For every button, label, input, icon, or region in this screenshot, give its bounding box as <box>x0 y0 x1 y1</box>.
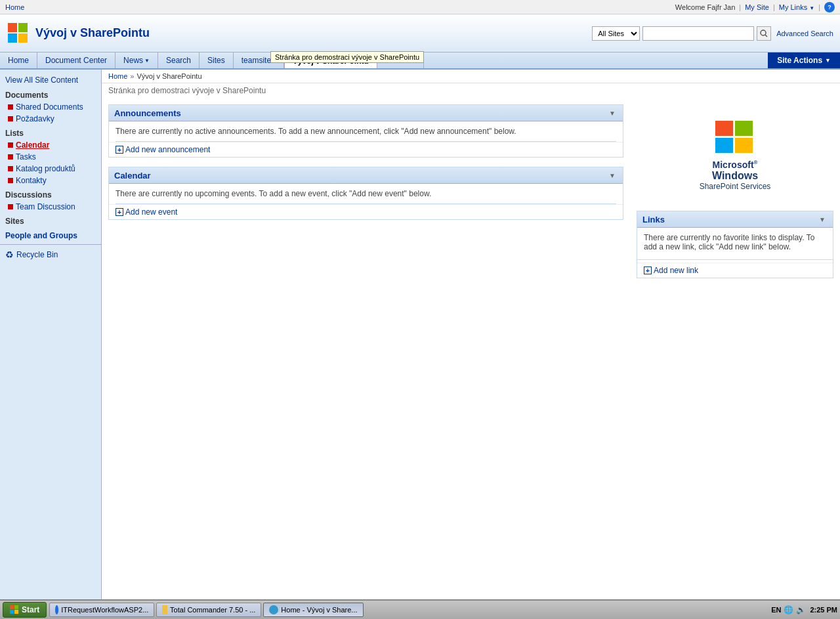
site-actions-arrow: ▼ <box>825 57 831 64</box>
announcements-empty-text: There are currently no active announceme… <box>116 127 516 136</box>
add-event-link[interactable]: + Add new event <box>109 204 623 219</box>
header-right: All Sites This Site Advanced Search <box>592 26 833 41</box>
sidebar-divider <box>0 244 101 245</box>
nav-tab-news[interactable]: News ▼ <box>116 53 158 68</box>
add-event-icon: + <box>116 208 123 216</box>
announcements-webpart: Announcements ▼ There are currently no a… <box>108 104 623 158</box>
documents-category: Documents <box>0 87 101 101</box>
taskbar-items: ITRequestWorkflowASP2... Total Commander… <box>49 603 363 617</box>
main-content: Home » Vývoj v SharePointu Stránka pro d… <box>102 70 840 599</box>
sidebar-item-shared-documents[interactable]: Shared Documents <box>0 101 101 113</box>
folder-icon <box>162 605 167 614</box>
welcome-text: Welcome Fajfr Jan <box>675 3 736 11</box>
help-icon[interactable]: ? <box>824 2 835 12</box>
sidebar-item-team-discussion[interactable]: Team Discussion <box>0 201 101 213</box>
sidebar-item-tasks[interactable]: Tasks <box>0 151 101 163</box>
bullet-icon <box>8 204 13 209</box>
header: Vývoj v SharePointu All Sites This Site … <box>0 14 840 53</box>
add-announcement-link[interactable]: + Add new announcement <box>109 142 623 157</box>
nav-tab-search[interactable]: Search <box>158 53 200 68</box>
my-links-link[interactable]: My Links ▼ <box>779 3 814 11</box>
add-link-icon: + <box>644 267 652 274</box>
lang-indicator: EN <box>771 606 781 614</box>
links-separator <box>637 259 833 260</box>
breadcrumb-home[interactable]: Home <box>108 72 127 80</box>
svg-rect-10 <box>10 605 14 609</box>
search-scope-select[interactable]: All Sites This Site <box>592 26 640 41</box>
system-tray: EN 🌐 🔊 <box>771 605 806 614</box>
svg-rect-1 <box>18 23 28 32</box>
sidebar-item-calendar[interactable]: Calendar <box>0 139 101 151</box>
site-actions-button[interactable]: Site Actions ▼ <box>768 53 840 68</box>
svg-rect-11 <box>14 605 18 609</box>
advanced-search-link[interactable]: Advanced Search <box>776 30 833 37</box>
svg-rect-12 <box>10 610 14 614</box>
sidebar-item-katalog[interactable]: Katalog produktů <box>0 163 101 175</box>
links-body: There are currently no favorite links to… <box>637 228 833 257</box>
taskbar-item-itrequestworkflow[interactable]: ITRequestWorkflowASP2... <box>49 603 154 617</box>
svg-marker-7 <box>735 121 753 136</box>
search-icon <box>760 30 768 37</box>
nav-arrow-news: ▼ <box>144 58 150 64</box>
search-button[interactable] <box>757 26 771 41</box>
my-site-link[interactable]: My Site <box>745 3 769 11</box>
sidebar-item-kontakty[interactable]: Kontakty <box>0 175 101 186</box>
start-label: Start <box>22 605 39 614</box>
links-webpart: Links ▼ There are currently no favorite … <box>637 211 833 278</box>
nav-tab-document-center[interactable]: Document Center <box>37 53 116 68</box>
calendar-chevron[interactable]: ▼ <box>607 170 618 181</box>
page-subtitle: Stránka pro demostraci vývoje v SharePoi… <box>102 83 840 98</box>
announcements-chevron[interactable]: ▼ <box>607 108 618 118</box>
right-column: Microsoft® Windows SharePoint Services L… <box>637 104 833 593</box>
volume-icon: 🔊 <box>796 605 806 614</box>
left-column: Announcements ▼ There are currently no a… <box>108 104 623 593</box>
top-bar: Home Welcome Fajfr Jan | My Site | My Li… <box>0 0 840 14</box>
svg-marker-9 <box>735 138 753 153</box>
svg-rect-0 <box>8 23 17 32</box>
bullet-icon <box>8 178 13 183</box>
sidebar: View All Site Content Documents Shared D… <box>0 70 102 599</box>
recycle-bin-icon: ♻ <box>5 249 14 260</box>
breadcrumb-separator: » <box>130 72 134 80</box>
home-taskbar-icon <box>269 605 278 614</box>
breadcrumb-bar: Home » Vývoj v SharePointu <box>102 70 840 83</box>
bullet-icon <box>8 116 13 121</box>
nav-tab-sites[interactable]: Sites <box>200 53 234 68</box>
nav-tab-news-label: News <box>123 56 143 65</box>
bullet-icon <box>8 166 13 171</box>
taskbar-item-home-vyvoj[interactable]: Home - Vývoj v Share... <box>263 603 363 617</box>
top-bar-separator1: | <box>739 3 741 11</box>
svg-marker-6 <box>715 121 733 136</box>
svg-marker-8 <box>715 138 733 153</box>
add-link-link[interactable]: + Add new link <box>637 263 833 278</box>
bullet-icon <box>8 142 13 148</box>
svg-rect-2 <box>8 33 17 43</box>
breadcrumb-current: Vývoj v SharePointu <box>136 72 201 80</box>
people-groups-category: People and Groups <box>0 227 101 242</box>
calendar-title: Calendar <box>114 171 151 181</box>
svg-rect-3 <box>18 33 28 43</box>
calendar-webpart: Calendar ▼ There are currently no upcomi… <box>108 167 623 220</box>
announcements-header: Announcements ▼ <box>109 105 623 121</box>
my-links-arrow: ▼ <box>809 5 814 11</box>
windows-logo-svg <box>712 117 758 157</box>
recycle-bin-link[interactable]: Recycle Bin <box>16 250 58 259</box>
people-groups-link[interactable]: People and Groups <box>5 231 77 240</box>
calendar-body: There are currently no upcoming events. … <box>109 184 623 203</box>
view-all-site-content-link[interactable]: View All Site Content <box>0 74 101 87</box>
announcements-title: Announcements <box>114 108 181 118</box>
start-button[interactable]: Start <box>3 602 47 618</box>
ms-label: Microsoft® <box>713 160 758 170</box>
links-chevron[interactable]: ▼ <box>817 214 828 224</box>
nav-tab-home[interactable]: Home <box>0 53 37 68</box>
taskbar-item-totalcommander[interactable]: Total Commander 7.50 - ... <box>156 603 261 617</box>
start-windows-icon <box>10 605 19 614</box>
site-actions-label: Site Actions <box>777 56 822 65</box>
search-input[interactable] <box>642 26 754 41</box>
recycle-bin-item[interactable]: ♻ Recycle Bin <box>0 247 101 262</box>
sidebar-item-pozadavky[interactable]: Požadavky <box>0 113 101 125</box>
svg-point-4 <box>761 30 766 35</box>
windows-label: Windows <box>712 170 758 182</box>
main-body: Announcements ▼ There are currently no a… <box>102 98 840 599</box>
links-title: Links <box>642 215 665 224</box>
